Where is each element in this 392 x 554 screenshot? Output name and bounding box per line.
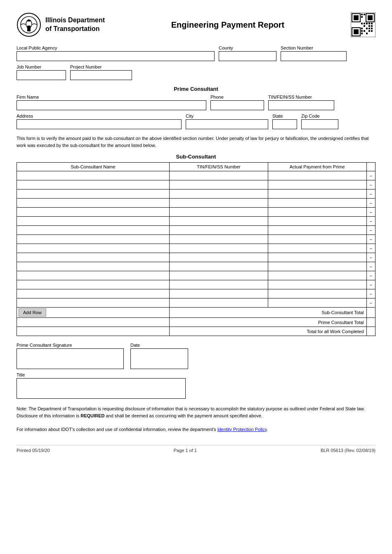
sub-name-cell[interactable] — [17, 298, 170, 308]
minus-icon[interactable]: − — [366, 244, 375, 253]
sub-name-cell[interactable] — [17, 180, 170, 189]
sub-name-cell[interactable] — [17, 253, 170, 262]
minus-icon[interactable]: − — [366, 189, 375, 199]
minus-icon[interactable]: − — [366, 298, 375, 308]
sub-tin-cell[interactable] — [170, 217, 268, 226]
footer-printed: Printed 05/19/20 — [17, 448, 50, 453]
sub-tin-cell[interactable] — [170, 289, 268, 298]
date-input[interactable] — [130, 348, 188, 369]
note-paragraph-2: For information about IDOT's collection … — [17, 426, 375, 433]
sub-name-cell[interactable] — [17, 280, 170, 289]
table-row: − — [17, 253, 375, 262]
county-input[interactable] — [219, 51, 276, 61]
minus-icon[interactable]: − — [366, 180, 375, 189]
sub-name-cell[interactable] — [17, 235, 170, 244]
sub-name-cell[interactable] — [17, 199, 170, 208]
minus-icon[interactable]: − — [366, 217, 375, 226]
address-input[interactable] — [17, 119, 182, 129]
sub-pay-cell[interactable] — [268, 171, 366, 180]
add-row-button[interactable]: Add Row — [19, 308, 46, 317]
table-row: − — [17, 244, 375, 253]
sub-name-cell[interactable] — [17, 171, 170, 180]
qr-code-icon — [351, 12, 375, 37]
address-group: Address — [17, 114, 182, 129]
sub-pay-cell[interactable] — [268, 189, 366, 199]
sub-name-cell[interactable] — [17, 244, 170, 253]
sub-tin-cell[interactable] — [170, 262, 268, 271]
sub-pay-cell[interactable] — [268, 271, 366, 280]
all-work-row: Total for all Work Completed — [17, 327, 375, 336]
minus-icon[interactable]: − — [366, 208, 375, 217]
sub-pay-cell[interactable] — [268, 298, 366, 308]
sub-pay-cell[interactable] — [268, 244, 366, 253]
table-row: − — [17, 217, 375, 226]
sub-tin-cell[interactable] — [170, 298, 268, 308]
svg-rect-17 — [368, 23, 370, 24]
minus-icon[interactable]: − — [366, 253, 375, 262]
identity-protection-link[interactable]: Identity Protection Policy — [217, 427, 267, 432]
sub-pay-cell[interactable] — [268, 280, 366, 289]
lpa-input[interactable] — [17, 51, 215, 61]
sub-name-cell[interactable] — [17, 289, 170, 298]
sub-pay-cell[interactable] — [268, 262, 366, 271]
minus-icon[interactable]: − — [366, 280, 375, 289]
sub-tin-cell[interactable] — [170, 271, 268, 280]
sub-pay-cell[interactable] — [268, 180, 366, 189]
state-input[interactable] — [272, 119, 297, 129]
sub-pay-cell[interactable] — [268, 199, 366, 208]
all-work-spacer — [17, 327, 170, 336]
sub-name-cell[interactable] — [17, 226, 170, 235]
job-number-group: Job Number — [17, 64, 66, 80]
sub-tin-cell[interactable] — [170, 235, 268, 244]
sub-pay-cell[interactable] — [268, 226, 366, 235]
sub-tin-cell[interactable] — [170, 171, 268, 180]
add-row-row: Add Row Sub-Consultant Total — [17, 308, 375, 318]
table-row: − — [17, 262, 375, 271]
phone-input[interactable] — [210, 100, 264, 110]
table-row: − — [17, 235, 375, 244]
sub-name-cell[interactable] — [17, 262, 170, 271]
minus-icon[interactable]: − — [366, 289, 375, 298]
sub-pay-cell[interactable] — [268, 235, 366, 244]
job-number-input[interactable] — [17, 70, 66, 80]
sub-tin-cell[interactable] — [170, 199, 268, 208]
sub-pay-cell[interactable] — [268, 289, 366, 298]
sub-name-cell[interactable] — [17, 271, 170, 280]
sub-name-cell[interactable] — [17, 208, 170, 217]
sub-total-value[interactable] — [366, 308, 375, 318]
sub-name-cell[interactable] — [17, 217, 170, 226]
title-input[interactable] — [17, 378, 186, 399]
sub-tin-cell[interactable] — [170, 244, 268, 253]
sub-tin-cell[interactable] — [170, 180, 268, 189]
section-number-label: Section Number — [281, 45, 347, 50]
sub-name-cell[interactable] — [17, 189, 170, 199]
sub-tin-cell[interactable] — [170, 189, 268, 199]
note-text-3: . — [267, 427, 268, 432]
zip-input[interactable] — [301, 119, 338, 129]
prime-total-value[interactable] — [366, 318, 375, 327]
minus-icon[interactable]: − — [366, 271, 375, 280]
sub-tin-cell[interactable] — [170, 280, 268, 289]
section-number-input[interactable] — [281, 51, 347, 61]
sub-pay-cell[interactable] — [268, 253, 366, 262]
section-number-group: Section Number — [281, 45, 347, 61]
sub-tin-cell[interactable] — [170, 208, 268, 217]
all-work-value[interactable] — [366, 327, 375, 336]
sub-pay-cell[interactable] — [268, 217, 366, 226]
sub-tin-cell[interactable] — [170, 253, 268, 262]
job-number-label: Job Number — [17, 64, 66, 69]
minus-icon[interactable]: − — [366, 262, 375, 271]
minus-icon[interactable]: − — [366, 235, 375, 244]
minus-icon[interactable]: − — [366, 226, 375, 235]
signature-input[interactable] — [17, 348, 124, 369]
firm-name-input[interactable] — [17, 100, 206, 110]
sub-pay-cell[interactable] — [268, 208, 366, 217]
city-input[interactable] — [186, 119, 268, 129]
tin-input[interactable] — [268, 100, 334, 110]
minus-icon[interactable]: − — [366, 199, 375, 208]
minus-icon[interactable]: − — [366, 171, 375, 180]
project-number-input[interactable] — [70, 70, 132, 80]
col-header-tin: TIN/FEIN/SS Number — [170, 163, 268, 171]
sub-tin-cell[interactable] — [170, 226, 268, 235]
report-title: Engineering Payment Report — [105, 20, 351, 30]
